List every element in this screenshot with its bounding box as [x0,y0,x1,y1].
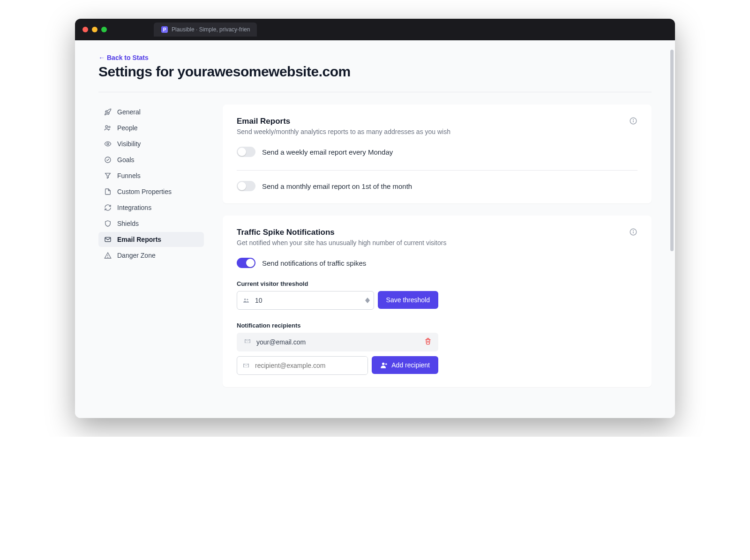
email-reports-subtitle: Send weekly/monthly analytics reports to… [237,128,450,135]
email-reports-card: Email Reports Send weekly/monthly analyt… [223,105,652,203]
sidebar-item-label: Custom Properties [117,188,172,195]
sync-icon [104,204,112,211]
traffic-spike-title: Traffic Spike Notifications [237,228,446,237]
sidebar-item-custom-properties[interactable]: Custom Properties [98,184,204,199]
recipient-row: your@email.com [237,333,438,351]
mail-icon [243,338,252,346]
rocket-icon [104,108,112,116]
users-icon [104,124,112,132]
sidebar-item-label: Funnels [117,172,141,179]
funnel-icon [104,172,112,179]
weekly-report-toggle[interactable] [237,147,255,157]
threshold-input-wrap [237,291,374,310]
document-icon [104,188,112,195]
close-window-button[interactable] [82,27,88,32]
sidebar-item-label: General [117,108,141,116]
traffic-lights [82,27,107,32]
sidebar-item-integrations[interactable]: Integrations [98,200,204,215]
main-content: Email Reports Send weekly/monthly analyt… [223,105,652,399]
email-reports-title: Email Reports [237,117,450,126]
back-label: Back to Stats [107,54,149,61]
sidebar-item-label: Integrations [117,204,151,211]
warning-icon [104,252,112,259]
button-label: Add recipient [391,361,430,369]
page-title: Settings for yourawesomewebsite.com [98,64,652,80]
back-to-stats-link[interactable]: ← Back to Stats [98,54,149,61]
traffic-spike-subtitle: Get notified when your site has unusuall… [237,239,446,246]
sidebar-item-label: Goals [117,156,135,164]
info-icon[interactable] [629,228,638,236]
number-stepper[interactable] [365,298,374,303]
sidebar-item-visibility[interactable]: Visibility [98,136,204,151]
recipient-input[interactable] [255,357,368,374]
monthly-report-label: Send a monthly email report on 1st of th… [262,182,412,190]
monthly-report-toggle[interactable] [237,181,255,191]
delete-recipient-button[interactable] [424,337,432,347]
button-label: Save threshold [386,296,430,304]
traffic-spike-toggle[interactable] [237,258,255,268]
users-icon [237,291,255,309]
titlebar: P Plausible · Simple, privacy-frien [75,19,675,40]
svg-point-7 [633,119,634,120]
traffic-spike-card: Traffic Spike Notifications Get notified… [223,216,652,387]
sidebar-item-label: Visibility [117,140,141,148]
svg-point-2 [107,143,109,145]
mail-icon [104,236,112,243]
mail-icon [237,357,255,374]
svg-point-9 [633,231,634,231]
svg-point-11 [247,299,248,300]
sidebar-item-danger-zone[interactable]: Danger Zone [98,248,204,263]
sidebar-item-email-reports[interactable]: Email Reports [98,232,204,247]
sidebar-item-label: Email Reports [117,236,161,243]
save-threshold-button[interactable]: Save threshold [378,291,438,309]
svg-point-12 [382,363,384,365]
sidebar-item-label: Danger Zone [117,252,156,259]
traffic-spike-toggle-label: Send notifications of traffic spikes [262,259,366,267]
maximize-window-button[interactable] [101,27,107,32]
settings-sidebar: General People Visibility Goals [98,105,204,399]
info-icon[interactable] [629,117,638,125]
svg-point-0 [105,126,108,128]
recipient-email: your@email.com [256,338,420,346]
user-plus-icon [380,361,388,369]
svg-point-1 [109,126,110,127]
sidebar-item-people[interactable]: People [98,120,204,135]
check-circle-icon [104,156,112,164]
threshold-label: Current visitor threshold [237,280,638,287]
shield-icon [104,220,112,227]
header-divider [98,92,652,92]
weekly-report-label: Send a weekly email report every Monday [262,148,393,156]
svg-point-5 [108,257,108,257]
sidebar-item-general[interactable]: General [98,105,204,119]
sidebar-item-shields[interactable]: Shields [98,216,204,231]
scrollbar[interactable] [670,50,674,251]
app-window: P Plausible · Simple, privacy-frien ← Ba… [75,19,675,418]
arrow-left-icon: ← [98,54,105,61]
plausible-favicon: P [161,26,168,33]
sidebar-item-funnels[interactable]: Funnels [98,168,204,183]
browser-tab[interactable]: P Plausible · Simple, privacy-frien [154,22,257,37]
sidebar-item-label: Shields [117,220,139,227]
card-divider [237,170,638,171]
recipient-input-wrap [237,356,368,375]
viewport: ← Back to Stats Settings for yourawesome… [75,40,675,418]
tab-title: Plausible · Simple, privacy-frien [172,26,250,33]
eye-icon [104,140,112,148]
add-recipient-button[interactable]: Add recipient [372,356,438,374]
sidebar-item-goals[interactable]: Goals [98,152,204,167]
sidebar-item-label: People [117,124,138,132]
recipients-label: Notification recipients [237,322,638,329]
threshold-input[interactable] [255,291,365,309]
svg-point-10 [244,299,246,300]
minimize-window-button[interactable] [92,27,98,32]
